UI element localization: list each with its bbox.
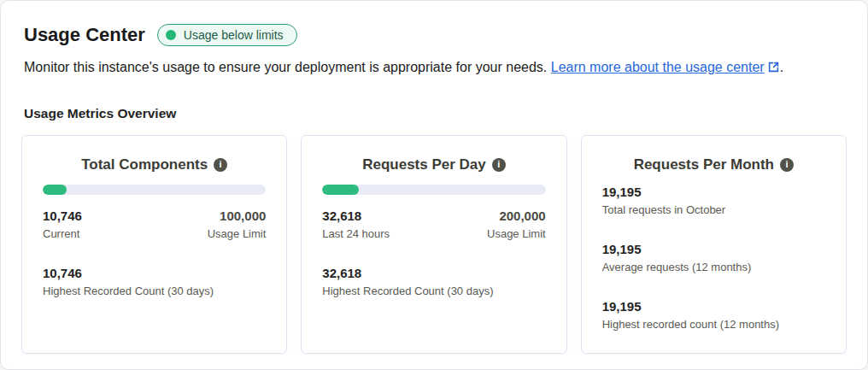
current-label: Current xyxy=(43,226,82,242)
highest-value: 10,746 xyxy=(43,265,266,282)
status-badge: Usage below limits xyxy=(157,24,297,46)
highest-recorded-stat: 19,195 Highest recorded count (12 months… xyxy=(602,298,825,332)
status-badge-label: Usage below limits xyxy=(184,29,284,41)
card-requests-per-day: Requests Per Day i 32,618 Last 24 hours … xyxy=(301,135,566,354)
info-icon[interactable]: i xyxy=(492,158,506,172)
progress-fill xyxy=(322,185,359,195)
average-requests-value: 19,195 xyxy=(602,241,825,258)
highest-recorded-value: 19,195 xyxy=(602,298,825,315)
card-title-label: Total Components xyxy=(81,155,208,174)
description-period: . xyxy=(780,60,783,74)
page-title: Usage Center xyxy=(24,23,145,47)
progress-bar xyxy=(43,185,266,195)
section-title: Usage Metrics Overview xyxy=(24,105,867,122)
values-row: 32,618 Last 24 hours 200,000 Usage Limit xyxy=(322,208,545,242)
current-value: 32,618 xyxy=(322,208,390,225)
progress-bar xyxy=(322,185,545,195)
limit-stat: 100,000 Usage Limit xyxy=(208,208,267,242)
current-label: Last 24 hours xyxy=(322,226,390,242)
highest-recorded-label: Highest recorded count (12 months) xyxy=(602,316,825,332)
current-stat: 32,618 Last 24 hours xyxy=(322,208,390,242)
card-title: Requests Per Day i xyxy=(322,155,545,174)
page-header: Usage Center Usage below limits Monitor … xyxy=(24,23,844,78)
highest-label: Highest Recorded Count (30 days) xyxy=(43,283,266,299)
limit-value: 200,000 xyxy=(487,208,546,225)
limit-label: Usage Limit xyxy=(208,226,267,242)
limit-label: Usage Limit xyxy=(487,226,546,242)
limit-value: 100,000 xyxy=(208,208,267,225)
usage-metrics-cards: Total Components i 10,746 Current 100,00… xyxy=(21,135,847,354)
total-requests-stat: 19,195 Total requests in October xyxy=(602,184,825,218)
card-title-label: Requests Per Day xyxy=(362,155,486,174)
info-icon[interactable]: i xyxy=(214,158,227,172)
info-icon[interactable]: i xyxy=(780,158,794,172)
highest-stat: 32,618 Highest Recorded Count (30 days) xyxy=(322,265,545,299)
total-requests-label: Total requests in October xyxy=(602,202,825,218)
progress-fill xyxy=(43,185,67,195)
highest-stat: 10,746 Highest Recorded Count (30 days) xyxy=(43,265,266,299)
card-total-components: Total Components i 10,746 Current 100,00… xyxy=(21,135,287,354)
current-stat: 10,746 Current xyxy=(43,208,82,242)
learn-more-link[interactable]: Learn more about the usage center xyxy=(551,60,765,74)
values-row: 10,746 Current 100,000 Usage Limit xyxy=(43,208,266,242)
month-stats: 19,195 Total requests in October 19,195 … xyxy=(602,184,825,332)
highest-label: Highest Recorded Count (30 days) xyxy=(322,283,545,299)
description-text: Monitor this instance's usage to ensure … xyxy=(24,60,551,74)
total-requests-value: 19,195 xyxy=(602,184,825,201)
average-requests-stat: 19,195 Average requests (12 months) xyxy=(602,241,825,275)
card-requests-per-month: Requests Per Month i 19,195 Total reques… xyxy=(581,135,847,354)
limit-stat: 200,000 Usage Limit xyxy=(487,208,546,242)
usage-center-page: Usage Center Usage below limits Monitor … xyxy=(0,0,868,370)
card-title-label: Requests Per Month xyxy=(634,155,774,174)
title-row: Usage Center Usage below limits xyxy=(24,23,844,47)
current-value: 10,746 xyxy=(43,208,82,225)
average-requests-label: Average requests (12 months) xyxy=(602,259,825,275)
page-description: Monitor this instance's usage to ensure … xyxy=(24,58,844,78)
highest-value: 32,618 xyxy=(322,265,545,282)
card-title: Total Components i xyxy=(43,155,266,174)
external-link-icon[interactable] xyxy=(767,60,780,78)
status-dot-icon xyxy=(166,30,176,40)
card-title: Requests Per Month i xyxy=(602,155,825,174)
